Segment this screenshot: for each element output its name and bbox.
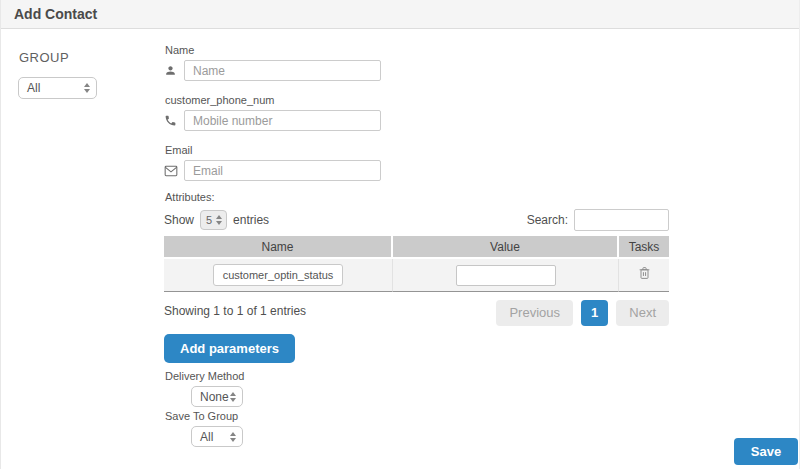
- column-header-name[interactable]: Name: [164, 236, 393, 259]
- delivery-method-select[interactable]: None: [191, 386, 243, 407]
- show-entries-group: Show 5 entries: [164, 210, 269, 230]
- name-input[interactable]: [184, 60, 381, 81]
- name-field-row: [164, 60, 669, 81]
- attribute-name-chip: customer_optin_status: [213, 264, 344, 286]
- show-label: Show: [164, 213, 194, 227]
- previous-page-button[interactable]: Previous: [496, 300, 573, 326]
- contact-form: Name customer_phone_num Email Attributes…: [164, 44, 669, 447]
- delivery-method-label: Delivery Method: [165, 370, 669, 382]
- envelope-icon: [164, 165, 184, 177]
- table-footer: Showing 1 to 1 of 1 entries Previous 1 N…: [164, 300, 669, 326]
- email-field-row: [164, 160, 669, 181]
- save-to-group-select[interactable]: All: [191, 426, 243, 447]
- name-label: Name: [165, 44, 669, 56]
- save-to-group-value: All: [200, 430, 213, 444]
- group-select-value: All: [27, 81, 40, 95]
- group-label: GROUP: [19, 50, 69, 65]
- attributes-label: Attributes:: [165, 191, 669, 203]
- show-entries-select[interactable]: 5: [200, 210, 227, 230]
- save-button[interactable]: Save: [734, 438, 798, 465]
- save-to-group-label: Save To Group: [165, 410, 669, 422]
- page-title: Add Contact: [14, 6, 97, 22]
- table-info: Showing 1 to 1 of 1 entries: [164, 300, 306, 318]
- show-entries-value: 5: [206, 214, 212, 226]
- entries-label: entries: [233, 213, 269, 227]
- search-group: Search:: [527, 209, 669, 231]
- add-parameters-button[interactable]: Add parameters: [164, 334, 295, 363]
- column-header-tasks[interactable]: Tasks: [619, 236, 669, 259]
- select-arrows-icon: [230, 432, 236, 442]
- next-page-button[interactable]: Next: [616, 300, 669, 326]
- panel-header: Add Contact: [1, 0, 800, 29]
- table-row: customer_optin_status: [164, 259, 669, 292]
- phone-field-row: [164, 110, 669, 131]
- attributes-table: Name Value Tasks customer_optin_status: [164, 236, 669, 292]
- attribute-value-input[interactable]: [456, 265, 556, 286]
- email-input[interactable]: [184, 160, 381, 181]
- search-label: Search:: [527, 213, 568, 227]
- table-header-row: Name Value Tasks: [164, 236, 669, 259]
- email-label: Email: [165, 144, 669, 156]
- phone-label: customer_phone_num: [165, 94, 669, 106]
- user-icon: [164, 64, 184, 77]
- select-arrows-icon: [84, 83, 90, 93]
- trash-icon[interactable]: [638, 266, 651, 280]
- select-arrows-icon: [230, 392, 236, 402]
- phone-icon: [164, 114, 184, 127]
- pagination: Previous 1 Next: [488, 300, 669, 326]
- delivery-method-value: None: [200, 390, 229, 404]
- add-contact-panel: Add Contact GROUP All Name customer_phon…: [0, 0, 800, 469]
- column-header-value[interactable]: Value: [393, 236, 619, 259]
- group-select[interactable]: All: [18, 77, 97, 99]
- phone-input[interactable]: [184, 110, 381, 131]
- table-controls: Show 5 entries Search:: [164, 209, 669, 231]
- search-input[interactable]: [574, 209, 669, 231]
- page-1-button[interactable]: 1: [581, 300, 608, 326]
- select-arrows-icon: [216, 215, 222, 225]
